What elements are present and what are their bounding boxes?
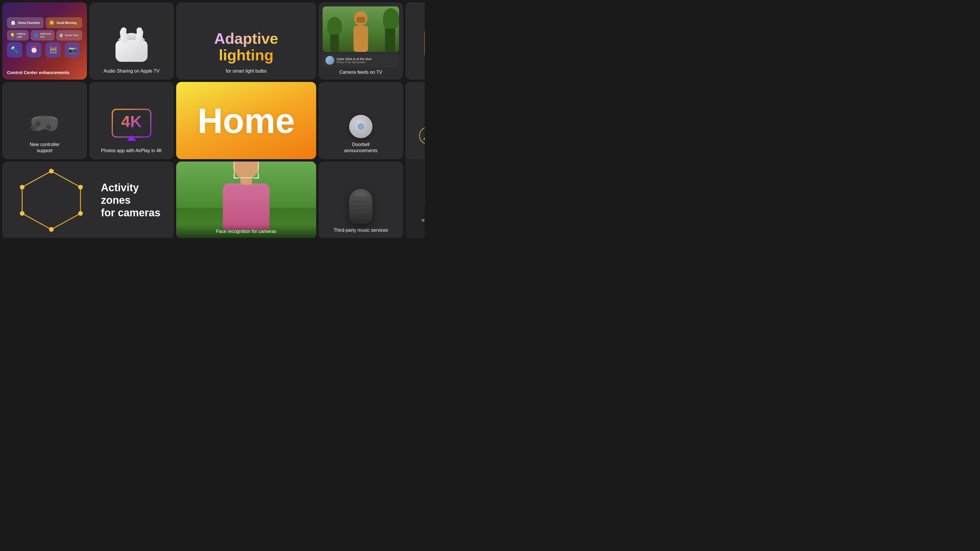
controller-tile: New controller support (2, 82, 87, 159)
notif-sub: Press © for full screen (337, 60, 372, 64)
camera-preview (323, 6, 399, 52)
svg-point-23 (78, 185, 83, 189)
face-recognition-label: Face recognition for cameras (181, 229, 312, 234)
user-icon-1 (419, 127, 425, 144)
audio-sharing-label: Audio Sharing on Apple TV (103, 68, 159, 75)
good-morning-label: Good Morning (57, 21, 76, 24)
svg-point-4 (137, 27, 142, 33)
svg-point-13 (52, 122, 56, 124)
camera-feeds-label: Camera feeds on TV (339, 69, 382, 76)
audio-sharing-tile: Audio Sharing on Apple TV (89, 2, 174, 79)
home-btn-label: Home Favorites (18, 21, 40, 24)
svg-point-27 (20, 185, 24, 189)
activity-title: Activity zones for cameras (101, 181, 161, 219)
doorbell-notification: Gabe Silva is at the door Press © for fu… (323, 54, 399, 67)
svg-point-14 (50, 124, 53, 127)
activity-zones-tile: Activity zones for cameras (2, 162, 174, 238)
lightbulb-icon: 💡 (10, 33, 15, 38)
adaptive-line2: lighting (214, 47, 278, 64)
svg-point-11 (50, 119, 53, 122)
face-recognition-tile: Face recognition for cameras (176, 162, 316, 238)
movie-label: Movie Time (65, 34, 78, 37)
third-party-music-label: Third-party music services (334, 227, 388, 233)
svg-point-25 (49, 227, 54, 232)
control-center-label: Control Center enhancements (7, 70, 82, 75)
photos-4k-tile: 4K Photos app with AirPlay in 4K (89, 82, 174, 159)
svg-point-26 (20, 211, 24, 216)
svg-point-2 (121, 27, 127, 33)
adaptive-text: Adaptive lighting (214, 30, 278, 64)
activity-zones-content: Activity zones for cameras (8, 165, 169, 235)
controller-label: New controller support (30, 142, 59, 154)
clock-btn: ⏰ (26, 42, 41, 57)
notif-avatar (326, 56, 334, 65)
doorbell-label: Doorbell announcements (344, 142, 377, 154)
movie-time-btn: 🗑 Movie Time (56, 30, 82, 41)
homepod-body (349, 189, 372, 224)
home-tile: Home (176, 82, 316, 159)
controller-svg (25, 111, 64, 137)
hexagon-svg (13, 165, 89, 235)
doorbell-button-graphic (349, 115, 372, 138)
svg-rect-0 (116, 40, 148, 62)
control-center-tile: Home Favorites ☀️ Good Morning 💡 Hallway… (2, 2, 87, 79)
activity-text: Activity zones for cameras (101, 181, 161, 219)
svg-marker-21 (22, 171, 81, 229)
camera-feeds-tile: Gabe Silva is at the door Press © for fu… (318, 2, 403, 79)
sun-icon: ☀️ (48, 19, 55, 26)
multiuser-tile: Multiuser for games (406, 82, 425, 159)
notif-title: Gabe Silva is at the door (337, 57, 372, 60)
bathroom-label: Bathroom Fan (40, 32, 52, 38)
good-morning-btn: ☀️ Good Morning (46, 17, 82, 28)
adaptive-lighting-tile: Adaptive lighting for smart light bulbs (176, 2, 316, 79)
bathroom-fan-btn: 🌀 Bathroom Fan (30, 30, 54, 41)
person-body (217, 163, 275, 230)
visual-status-label: New visual status in Home app (422, 218, 425, 222)
svg-point-24 (78, 211, 83, 216)
adaptive-subtitle: for smart light bulbs (226, 68, 267, 75)
svg-point-22 (49, 169, 54, 173)
third-party-music-tile: Third-party music services (318, 162, 403, 238)
airpods-svg (108, 24, 155, 65)
svg-point-6 (36, 122, 40, 125)
movie-icon: 🗑 (59, 33, 63, 38)
face-recognition-bg: Face recognition for cameras (176, 162, 316, 238)
svg-rect-10 (30, 127, 37, 129)
calculator-btn: 🧮 (46, 42, 60, 57)
flashlight-btn: 🔦 (7, 42, 22, 57)
4k-graphic: 4K (111, 108, 152, 143)
face-label-overlay: Face recognition for cameras (176, 224, 316, 238)
doorbell-tile: Doorbell announcements (318, 82, 403, 159)
photos-4k-label: Photos app with AirPlay in 4K (101, 148, 162, 154)
homepod-graphic (346, 186, 375, 224)
4k-border-svg: 4K (111, 108, 152, 143)
camera-btn: 📷 (65, 42, 80, 57)
pip-tile: ↖ Picture in Picture (406, 2, 425, 79)
airpods-graphic (108, 24, 155, 65)
face-scan-overlay (234, 162, 258, 178)
adaptive-line1: Adaptive (214, 30, 278, 47)
notif-content: Gabe Silva is at the door Press © for fu… (337, 57, 372, 64)
home-icon (10, 19, 16, 26)
svg-text:4K: 4K (121, 112, 142, 130)
hallway-light-btn: 💡 Hallway Light (7, 30, 29, 41)
hexagon-graphic (13, 165, 89, 235)
home-label: Home (197, 100, 294, 141)
home-favorites-btn: Home Favorites (7, 17, 44, 28)
hallway-label: Hallway Light (17, 32, 26, 38)
multiuser-graphic (419, 127, 425, 144)
person-icon-1 (423, 130, 425, 141)
fan-icon: 🌀 (33, 33, 38, 38)
svg-marker-17 (127, 135, 136, 141)
